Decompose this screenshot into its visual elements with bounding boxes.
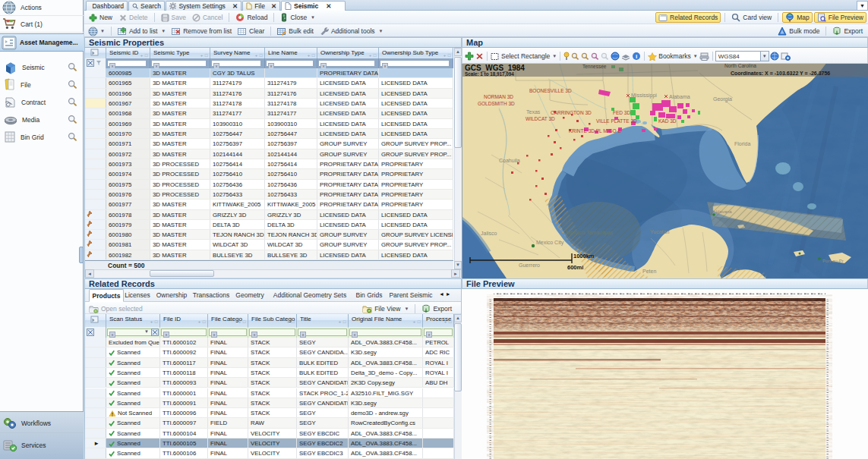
svg-text:Coahuila: Coahuila [499, 158, 520, 163]
svg-text:BOONESVILLE 3D: BOONESVILLE 3D [529, 88, 572, 93]
svg-text:600mi: 600mi [567, 264, 583, 271]
svg-text:Georgia: Georgia [713, 96, 732, 102]
svg-text:Mexico City: Mexico City [536, 240, 564, 246]
svg-text:Mississippi: Mississippi [631, 93, 657, 99]
svg-text:Alabama: Alabama [669, 94, 690, 99]
svg-text:Florida: Florida [734, 141, 751, 146]
svg-text:North Carolina: North Carolina [724, 64, 756, 68]
svg-text:GOLDSMITH 3D: GOLDSMITH 3D [478, 101, 515, 106]
svg-text:Texas: Texas [526, 109, 541, 115]
svg-text:Havana: Havana [716, 209, 732, 214]
svg-text:Peten: Peten [642, 269, 656, 274]
svg-text:WILDCAT 3D: WILDCAT 3D [526, 116, 555, 121]
svg-text:Yucatan: Yucatan [650, 229, 669, 234]
svg-text:FED 3D: FED 3D [613, 110, 630, 115]
svg-text:KAD 3D: KAD 3D [658, 118, 677, 124]
svg-text:Tampico Tamaulipas: Tampico Tamaulipas [565, 230, 614, 236]
svg-text:Jalisco: Jalisco [481, 231, 497, 236]
svg-text:CARRINGTON 3D: CARRINGTON 3D [551, 110, 592, 115]
svg-text:Guerrero: Guerrero [519, 263, 540, 268]
svg-text:Port-au-Pr: Port-au-Pr [822, 259, 844, 263]
svg-text:1000km: 1000km [573, 253, 595, 259]
svg-text:Tennessee: Tennessee [582, 64, 607, 69]
svg-text:KRINTE 3D PL M GO E: KRINTE 3D PL M GO E [569, 128, 621, 134]
svg-text:i: i [636, 53, 637, 60]
svg-text:VILLE PLATTE 3D: VILLE PLATTE 3D [596, 118, 637, 124]
svg-text:Scale: 1 to 18,917,094: Scale: 1 to 18,917,094 [465, 71, 514, 77]
svg-text:Coordinates: X = -103.6322 Y =: Coordinates: X = -103.6322 Y = -26.3756 [731, 71, 830, 76]
svg-text:NORMAN 3D: NORMAN 3D [484, 94, 513, 99]
